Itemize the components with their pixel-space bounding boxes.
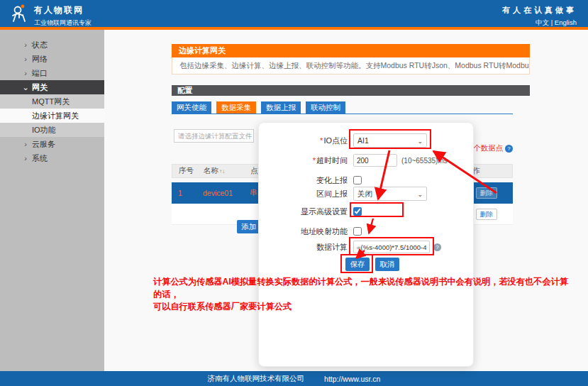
range-report-label: 区间上报 xyxy=(259,189,348,199)
usr-logo-icon xyxy=(9,4,29,23)
sidebar-item-gateway[interactable]: ⌄ 网关 xyxy=(0,80,104,94)
cancel-button[interactable]: 取消 xyxy=(375,258,399,271)
sidebar-item-cloud-service[interactable]: › 云服务 xyxy=(0,137,104,151)
header-right: 有人在认真做事 中文 | English xyxy=(502,5,577,28)
sidebar-item-port[interactable]: › 端口 xyxy=(0,66,104,80)
advanced-settings-checkbox[interactable] xyxy=(353,207,362,216)
sort-icon: ↑↓ xyxy=(219,168,225,175)
address-map-checkbox[interactable] xyxy=(353,227,362,236)
io-point-select[interactable]: AI1 ⌄ xyxy=(353,133,427,148)
timeout-hint: (10~65535)ms xyxy=(401,157,448,165)
chevron-down-icon: ⌄ xyxy=(417,188,423,201)
chevron-right-icon: › xyxy=(21,151,30,165)
save-button[interactable]: 保存 xyxy=(345,258,370,271)
page-title: 边缘计算网关 xyxy=(172,44,530,57)
sidebar-item-system[interactable]: › 系统 xyxy=(0,151,104,165)
edit-point-dialog: *IO点位 AI1 ⌄ *超时时间 (10~65535)ms 变化上报 区间上报 xyxy=(258,122,474,367)
footer-url: http://www.usr.cn xyxy=(324,375,380,383)
page-description: 包括边缘采集、边缘计算、边缘上报、联动控制等功能。支持Modbus RTU转Js… xyxy=(172,57,530,75)
chevron-right-icon: › xyxy=(21,52,30,66)
header-slogan: 有人在认真做事 xyxy=(502,5,577,16)
data-calc-input[interactable] xyxy=(353,241,430,253)
delete-button[interactable]: 删除 xyxy=(476,209,497,220)
page: 有人物联网 工业物联网通讯专家 有人在认真做事 中文 | English › 状… xyxy=(0,0,588,386)
range-report-select[interactable]: 关闭 ⌄ xyxy=(353,187,427,201)
sidebar-item-io-function[interactable]: IO功能 xyxy=(0,123,104,137)
address-map-label: 地址映射功能 xyxy=(259,226,348,237)
section-title: 配置 xyxy=(172,85,530,96)
timeout-label: *超时时间 xyxy=(259,155,348,166)
timeout-input[interactable] xyxy=(353,154,397,167)
tab-data-report[interactable]: 数据上报 xyxy=(261,101,301,114)
col-header-num: 序号 xyxy=(172,166,204,176)
sidebar: › 状态 › 网络 › 端口 ⌄ 网关 MQTT网关 边缘计算网关 IO功能 ›… xyxy=(0,30,104,371)
chevron-down-icon: ⌄ xyxy=(21,80,30,94)
chevron-down-icon: ⌄ xyxy=(417,135,423,148)
top-header: 有人物联网 工业物联网通讯专家 有人在认真做事 中文 | English xyxy=(0,0,588,27)
footer-company: 济南有人物联网技术有限公司 xyxy=(208,374,305,384)
tab-gateway-enable[interactable]: 网关使能 xyxy=(172,101,211,114)
tab-linkage-control[interactable]: 联动控制 xyxy=(306,101,345,114)
change-report-checkbox[interactable] xyxy=(353,176,362,184)
row-num: 1 xyxy=(172,189,203,197)
config-file-select-input[interactable] xyxy=(174,129,254,143)
brand-title: 有人物联网 xyxy=(34,4,91,16)
add-button[interactable]: 添加 xyxy=(237,220,261,233)
row-name: device01 xyxy=(203,189,250,197)
chevron-right-icon: › xyxy=(21,38,30,52)
col-header-name[interactable]: 名称↑↓ xyxy=(204,166,250,176)
chevron-right-icon: › xyxy=(21,137,30,151)
sidebar-item-network[interactable]: › 网络 xyxy=(0,52,104,66)
tab-bar: 网关使能 数据采集 数据上报 联动控制 xyxy=(172,101,513,114)
change-report-label: 变化上报 xyxy=(259,175,348,186)
footer: 济南有人物联网技术有限公司 http://www.usr.cn xyxy=(0,371,588,386)
advanced-settings-label: 显示高级设置 xyxy=(259,206,348,217)
calc-help-icon[interactable]: ? xyxy=(433,243,441,251)
brand-block: 有人物联网 工业物联网通讯专家 xyxy=(34,4,91,28)
io-point-label: *IO点位 xyxy=(259,136,348,146)
tab-data-collection[interactable]: 数据采集 xyxy=(216,101,256,114)
delete-button[interactable]: 删除 xyxy=(476,187,497,199)
annotation-text: 计算公式为传感器AI模拟量转换实际数据的计算公式，一般来说传感器说明书中会有说明… xyxy=(153,276,572,314)
sidebar-item-mqtt-gateway[interactable]: MQTT网关 xyxy=(0,94,104,109)
help-question-icon[interactable]: ? xyxy=(505,145,513,153)
data-calc-label: 数据计算 xyxy=(259,242,348,253)
chevron-right-icon: › xyxy=(21,66,30,80)
sidebar-item-edge-gateway[interactable]: 边缘计算网关 xyxy=(0,109,104,123)
sidebar-item-status[interactable]: › 状态 xyxy=(0,38,104,52)
